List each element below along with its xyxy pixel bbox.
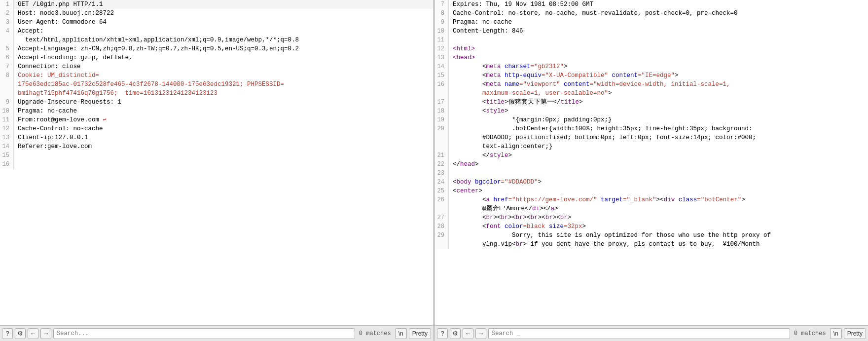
line-number: 17 bbox=[435, 98, 449, 107]
table-row: 14 <meta charset="gb2312"> bbox=[435, 62, 868, 71]
table-row: 8Cache-Control: no-store, no-cache, must… bbox=[435, 9, 868, 18]
line-number: 16 bbox=[0, 160, 14, 169]
line-number: 13 bbox=[435, 53, 449, 62]
table-row: 12<html> bbox=[435, 44, 868, 53]
left-search-input[interactable] bbox=[53, 328, 355, 339]
line-number: 23 bbox=[435, 169, 449, 178]
left-settings-button[interactable]: ⚙ bbox=[15, 328, 26, 339]
line-number bbox=[435, 204, 449, 213]
line-number bbox=[0, 36, 14, 44]
line-content: bm1hagt7i5phf47416q70g1756; time=1613123… bbox=[14, 89, 433, 98]
line-content bbox=[449, 169, 868, 178]
line-number: 10 bbox=[435, 27, 449, 36]
table-row: bm1hagt7i5phf47416q70g1756; time=1613123… bbox=[0, 89, 433, 98]
line-content: User-Agent: Commodore 64 bbox=[14, 18, 433, 27]
table-row: 8Cookie: UM_distinctid= bbox=[0, 71, 433, 80]
right-help-button[interactable]: ? bbox=[437, 328, 448, 339]
line-content bbox=[449, 36, 868, 44]
line-number: 29 bbox=[435, 231, 449, 240]
line-number: 13 bbox=[0, 133, 14, 142]
line-content: Client-ip:127.0.0.1 bbox=[14, 133, 433, 142]
line-content: Referer:gem-love.com bbox=[14, 142, 433, 151]
left-code-area[interactable]: 1GET /L0g1n.php HTTP/1.12Host: node3.buu… bbox=[0, 0, 433, 325]
line-content: <br><br><br><br><br><br> bbox=[449, 213, 868, 222]
line-content bbox=[14, 160, 433, 169]
left-forward-button[interactable]: → bbox=[40, 328, 51, 339]
line-number: 18 bbox=[435, 107, 449, 115]
line-number: 12 bbox=[435, 44, 449, 53]
line-number: 21 bbox=[435, 151, 449, 160]
left-panel-wrapper: 1GET /L0g1n.php HTTP/1.12Host: node3.buu… bbox=[0, 0, 433, 341]
line-number: 24 bbox=[435, 178, 449, 187]
table-row: 175e63edc185ac-01732c528fe465-4c3f2678-1… bbox=[0, 80, 433, 89]
left-newline-button[interactable]: \n bbox=[395, 328, 407, 339]
line-content: <title>假猪套天下第一</title> bbox=[449, 98, 868, 107]
table-row: @颓奔L'Amore</di></a> bbox=[435, 204, 868, 213]
table-row: 7Connection: close bbox=[0, 62, 433, 71]
table-row: 13<head> bbox=[435, 53, 868, 62]
line-content: </style> bbox=[449, 151, 868, 160]
table-row: 17 <title>假猪套天下第一</title> bbox=[435, 98, 868, 107]
line-content: Accept-Encoding: gzip, deflate, bbox=[14, 53, 433, 62]
line-content: text-align:center;} bbox=[449, 142, 868, 151]
line-number: 11 bbox=[0, 115, 14, 124]
left-pretty-button[interactable]: Pretty bbox=[409, 328, 431, 339]
line-content: <center> bbox=[449, 187, 868, 195]
line-number bbox=[435, 142, 449, 151]
right-code-area[interactable]: 7Expires: Thu, 19 Nov 1981 08:52:00 GMT8… bbox=[435, 0, 868, 325]
line-number: 8 bbox=[435, 9, 449, 18]
table-row: ylng.vip<br> if you dont have the proxy,… bbox=[435, 240, 868, 249]
line-content: Accept-Language: zh-CN,zh;q=0.8,zh-TW;q=… bbox=[14, 44, 433, 53]
table-row: 4Accept: bbox=[0, 27, 433, 36]
table-row: 7Expires: Thu, 19 Nov 1981 08:52:00 GMT bbox=[435, 0, 868, 9]
left-help-button[interactable]: ? bbox=[2, 328, 13, 339]
table-row: 23 bbox=[435, 169, 868, 178]
line-content: <a href="https://gem-love.com/" target="… bbox=[449, 195, 868, 204]
line-content: Host: node3.buuoj.cn:28722 bbox=[14, 9, 433, 18]
line-content: <body bgcolor="#DDAODD"> bbox=[449, 178, 868, 187]
line-content: Connection: close bbox=[14, 62, 433, 71]
table-row: 18 <style> bbox=[435, 107, 868, 115]
right-toolbar: ? ⚙ ← → 0 matches \n Pretty bbox=[435, 325, 868, 341]
line-content: Expires: Thu, 19 Nov 1981 08:52:00 GMT bbox=[449, 0, 868, 9]
line-number: 7 bbox=[0, 62, 14, 71]
left-matches-count: 0 matches bbox=[357, 330, 393, 337]
line-content: <meta name="viewport" content="width=dev… bbox=[449, 80, 868, 89]
table-row: text/html,application/xhtml+xml,applicat… bbox=[0, 36, 433, 44]
line-content: *{margin:0px; padding:0px;} bbox=[449, 115, 868, 124]
table-row: 9Pragma: no-cache bbox=[435, 18, 868, 27]
line-content: Content-Length: 846 bbox=[449, 27, 868, 36]
right-forward-button[interactable]: → bbox=[475, 328, 486, 339]
line-number bbox=[435, 89, 449, 98]
line-number: 16 bbox=[435, 80, 449, 89]
table-row: 10Content-Length: 846 bbox=[435, 27, 868, 36]
table-row: 24<body bgcolor="#DDAODD"> bbox=[435, 178, 868, 187]
right-newline-button[interactable]: \n bbox=[830, 328, 842, 339]
right-back-button[interactable]: ← bbox=[463, 328, 473, 339]
line-content: Cookie: UM_distinctid= bbox=[14, 71, 433, 80]
line-content: Cache-Control: no-store, no-cache, must-… bbox=[449, 9, 868, 18]
line-content: Cache-Control: no-cache bbox=[14, 124, 433, 133]
line-content: ylng.vip<br> if you dont have the proxy,… bbox=[449, 240, 868, 249]
table-row: 15 <meta http-equiv="X-UA-Compatible" co… bbox=[435, 71, 868, 80]
right-search-input[interactable] bbox=[488, 328, 790, 339]
line-content: From:root@gem-love.com ↩ bbox=[14, 115, 433, 124]
line-content bbox=[14, 151, 433, 160]
left-lines: 1GET /L0g1n.php HTTP/1.12Host: node3.buu… bbox=[0, 0, 433, 169]
table-row: 16 <meta name="viewport" content="width=… bbox=[435, 80, 868, 89]
left-back-button[interactable]: ← bbox=[28, 328, 38, 339]
left-toolbar: ? ⚙ ← → 0 matches \n Pretty bbox=[0, 325, 433, 341]
line-content: Sorry, this site is only optimized for t… bbox=[449, 231, 868, 240]
line-number: 14 bbox=[435, 62, 449, 71]
right-pretty-button[interactable]: Pretty bbox=[844, 328, 866, 339]
line-number bbox=[0, 89, 14, 98]
line-number: 20 bbox=[435, 124, 449, 133]
table-row: 16 bbox=[0, 160, 433, 169]
line-number bbox=[0, 80, 14, 89]
line-number: 2 bbox=[0, 9, 14, 18]
line-content: <meta http-equiv="X-UA-Compatible" conte… bbox=[449, 71, 868, 80]
line-content: Accept: bbox=[14, 27, 433, 36]
line-number: 5 bbox=[0, 44, 14, 53]
table-row: 25<center> bbox=[435, 187, 868, 195]
right-settings-button[interactable]: ⚙ bbox=[450, 328, 461, 339]
